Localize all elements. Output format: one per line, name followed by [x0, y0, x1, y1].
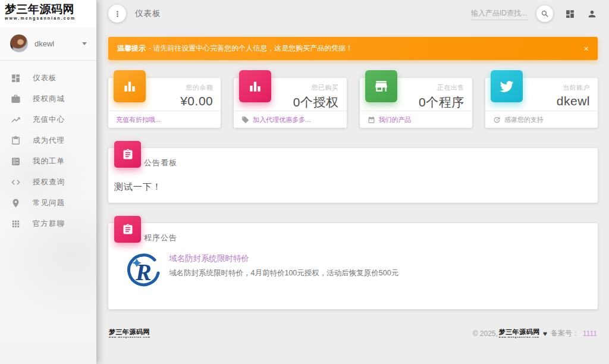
sidebar-item-auth-shop[interactable]: 授权商城 [0, 89, 96, 109]
bar-chart-icon [239, 70, 271, 102]
calendar-icon [368, 116, 375, 124]
announcement-desc: 域名防封系统限时特价，4月前特价100元授权，活动后恢复原价500元 [169, 268, 398, 278]
sidebar-item-become-agent[interactable]: 成为代理 [0, 130, 96, 151]
announcement-logo: R [125, 252, 163, 290]
sidebar-item-official-group[interactable]: 官方群聊 [0, 214, 96, 234]
announcement-link[interactable]: 域名防封系统限时特价 [169, 253, 249, 264]
dashboard-icon [11, 73, 21, 83]
announcement-panel: 程序公告 R 域名防封系统限时特价 域名防封系统限时特价，4月前特价100元授权… [108, 223, 598, 309]
location-pin-icon [11, 198, 21, 208]
sidebar-menu: 仪表板 授权商城 充值中心 成为代理 我的工单 授权查询 [0, 61, 96, 234]
footer-brand-logo[interactable]: 梦三年源码网 www.mengsannian.com [499, 329, 540, 338]
person-icon [587, 9, 597, 19]
alert-banner: 温馨提示 - 请先前往设置中心完善您的个人信息，这是您购买产品的凭据！ × [108, 37, 598, 60]
clipboard-icon [114, 141, 141, 168]
sidebar-item-label: 常见问题 [33, 198, 65, 208]
topbar-actions [471, 5, 597, 22]
sidebar-item-label: 充值中心 [33, 115, 65, 125]
board-panel: 公告看板 测试一下！ [108, 148, 598, 203]
stat-footer-link-agent[interactable]: 加入代理优惠多多... [234, 111, 346, 128]
brand-logo[interactable]: 梦三年源码网 www.mengsannian.com [0, 0, 96, 27]
stats-row: 您的余额 ¥0.00 充值有折扣哦... 您已购买 0个授权 [108, 78, 598, 128]
apps-grid-icon [11, 219, 21, 229]
announcement-item: R 域名防封系统限时特价 域名防封系统限时特价，4月前特价100元授权，活动后恢… [108, 243, 598, 290]
stat-footer-thanks: 感谢您的支持 [486, 111, 597, 128]
main-area: 仪表板 温馨提示 - 请先前往设置中心完善您的个人信息，这是您购买产品的凭据！ [96, 0, 609, 364]
alert-title: 温馨提示 [117, 43, 146, 54]
stat-card-balance: 您的余额 ¥0.00 充值有折扣哦... [108, 78, 221, 128]
heart-icon: ♥ [543, 330, 547, 338]
user-name: dkewl [34, 39, 54, 48]
sidebar-item-auth-query[interactable]: 授权查询 [0, 172, 96, 193]
sidebar-toggle-button[interactable] [108, 5, 126, 23]
board-content: 测试一下！ [108, 168, 598, 193]
stat-footer-link-recharge[interactable]: 充值有折扣哦... [109, 111, 220, 128]
sidebar-item-label: 我的工单 [33, 156, 65, 167]
sidebar-item-dashboard[interactable]: 仪表板 [0, 68, 96, 89]
board-title: 公告看板 [108, 148, 598, 168]
search-icon [541, 10, 550, 18]
page-title: 仪表板 [135, 8, 161, 19]
more-vert-icon [113, 10, 122, 18]
tag-icon [241, 116, 249, 124]
sidebar-item-label: 仪表板 [33, 73, 57, 83]
sidebar-item-label: 授权查询 [33, 177, 65, 187]
search-button[interactable] [536, 5, 553, 22]
footer-brand-logo: 梦三年源码网 www.mengsannian.com [109, 328, 150, 338]
sidebar-item-label: 成为代理 [33, 136, 65, 146]
sidebar-item-label: 官方群聊 [33, 219, 65, 229]
app-root: 梦三年源码网 www.mengsannian.com dkewl 仪表板 授权商… [0, 0, 609, 364]
account-button[interactable] [587, 9, 597, 19]
ballot-icon [11, 156, 21, 167]
dashboard-icon [565, 9, 575, 19]
beian-link[interactable]: 1111 [583, 330, 597, 338]
chevron-down-icon [82, 42, 87, 45]
avatar [10, 34, 28, 52]
clipboard-icon [114, 216, 141, 243]
update-icon [493, 116, 501, 124]
stat-footer-link-products[interactable]: 我们的产品 [360, 111, 472, 128]
topbar: 仪表板 [96, 0, 609, 27]
search-input[interactable] [471, 8, 528, 20]
stat-card-selling: 正在出售 0个程序 我们的产品 [360, 78, 472, 128]
sidebar: 梦三年源码网 www.mengsannian.com dkewl 仪表板 授权商… [0, 0, 96, 364]
briefcase-icon [11, 94, 21, 104]
storefront-icon [365, 70, 397, 102]
announcement-title: 程序公告 [108, 223, 598, 243]
sidebar-item-faq[interactable]: 常见问题 [0, 193, 96, 214]
page-footer: 梦三年源码网 www.mengsannian.com © 2025, 梦三年源码… [108, 328, 598, 338]
brand-domain: www.mengsannian.com [5, 16, 92, 21]
bar-chart-icon [114, 70, 146, 102]
copyright-text: © 2025, [473, 330, 498, 338]
stat-card-purchased: 您已购买 0个授权 加入代理优惠多多... [234, 78, 346, 128]
user-menu[interactable]: dkewl [0, 27, 96, 61]
alert-close-button[interactable]: × [584, 45, 589, 53]
sidebar-item-recharge-center[interactable]: 充值中心 [0, 109, 96, 130]
sidebar-item-my-tickets[interactable]: 我的工单 [0, 151, 96, 172]
clipboard-icon [11, 136, 21, 146]
trending-up-icon [11, 115, 21, 125]
sidebar-item-label: 授权商城 [33, 94, 65, 104]
stat-card-account: 当前账户 dkewl 感谢您的支持 [485, 78, 598, 128]
dashboard-grid-button[interactable] [565, 9, 575, 19]
content: 温馨提示 - 请先前往设置中心完善您的个人信息，这是您购买产品的凭据！ × 您的… [96, 27, 609, 338]
beian-label: 备案号： [551, 328, 579, 338]
brand-name: 梦三年源码网 [5, 3, 92, 16]
code-icon [11, 177, 21, 187]
twitter-icon [491, 70, 523, 102]
alert-message: - 请先前往设置中心完善您的个人信息，这是您购买产品的凭据！ [149, 43, 353, 54]
